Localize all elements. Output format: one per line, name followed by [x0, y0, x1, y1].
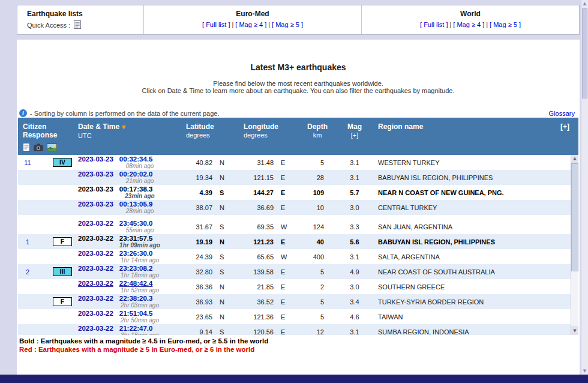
- glossary-link[interactable]: Glossary: [549, 110, 575, 117]
- euromed-mag4-link[interactable]: [ Mag ≥ 4 ]: [235, 21, 266, 28]
- magnitude-value: 4.9: [336, 268, 373, 276]
- earthquake-row: F 2023-03-2222:38:20.3 2hr 03min ago 36.…: [18, 294, 571, 309]
- earthquake-datetime-link[interactable]: 2023-03-2222:48:42.4: [78, 280, 181, 287]
- mag-filter-toggle[interactable]: [+]: [336, 131, 373, 139]
- region-name: CENTRAL TURKEY: [373, 204, 557, 211]
- citizen-response-cell: [18, 219, 73, 234]
- citizen-response-cell: [18, 185, 73, 200]
- datetime-cell: 2023-03-2223:23:08.2 1hr 18min ago: [73, 264, 181, 279]
- time-ago: 3hr 18min ago: [78, 332, 181, 335]
- intro-line-2: Click on Date & Time to learn more about…: [17, 87, 580, 94]
- scroll-up-icon[interactable]: ▲: [571, 155, 578, 163]
- time-ago: 1hr 14min ago: [78, 257, 181, 264]
- citizen-response-count[interactable]: 2: [18, 268, 37, 276]
- datetime-cell: 2023-03-2222:38:20.3 2hr 03min ago: [73, 294, 181, 309]
- region-name: BABUYAN ISL REGION, PHILIPPINES: [373, 238, 557, 246]
- citizen-response-cell: 2 III: [18, 264, 73, 279]
- page-scroll-down-icon[interactable]: ▼: [581, 369, 588, 373]
- citizen-response-cell: [18, 170, 73, 185]
- longitude-cell: 36.52E: [239, 298, 299, 306]
- depth-value: 12: [299, 328, 336, 336]
- page-scrollbar-thumb[interactable]: [582, 8, 587, 98]
- quick-access-euromed: Euro-Med [ Full list ]|[ Mag ≥ 4 ]|[ Mag…: [143, 5, 361, 34]
- earthquake-datetime-link[interactable]: 2023-03-2222:38:20.3: [78, 295, 181, 302]
- page-scroll-up-icon[interactable]: ▲: [581, 1, 588, 6]
- header-magnitude: Mag [+]: [336, 122, 373, 155]
- latitude-cell: 24.39S: [181, 253, 239, 261]
- earthquake-datetime-link[interactable]: 2023-03-2300:13:05.9: [78, 201, 181, 208]
- longitude-cell: 36.69E: [239, 204, 299, 211]
- legend-bold-note: Bold : Earthquakes with a magnitude ≥ 4.…: [19, 337, 268, 345]
- longitude-cell: 144.27E: [239, 189, 299, 196]
- region-name: TAIWAN: [373, 313, 557, 321]
- latitude-cell: 4.39S: [181, 189, 239, 196]
- link-separator: |: [449, 21, 451, 28]
- magnitude-value: 5.6: [336, 238, 373, 246]
- earthquake-datetime-link[interactable]: 2023-03-2300:32:34.5: [78, 155, 181, 163]
- earthquake-row: 2023-03-2300:13:05.9 28min ago 38.07N 36…: [18, 200, 571, 215]
- sort-by-datetime[interactable]: Date & Time ▼ UTC: [73, 122, 181, 155]
- depth-value: 400: [299, 253, 336, 261]
- earthquake-datetime-link[interactable]: 2023-03-2223:23:08.2: [78, 265, 181, 272]
- page-scrollbar[interactable]: ▲ ▼: [581, 0, 588, 375]
- datetime-cell: 2023-03-2300:17:38.3 23min ago: [73, 185, 181, 200]
- earthquake-datetime-link[interactable]: 2023-03-2300:17:38.3: [78, 185, 181, 193]
- latitude-cell: 38.07N: [181, 204, 239, 211]
- depth-value: 10: [299, 204, 336, 211]
- world-heading: World: [362, 10, 579, 18]
- table-body: ▲ ▼ 11 IV 2023-03-2300:32:34.5 08min ago…: [18, 155, 578, 335]
- earthquake-row: 2023-03-2221:51:04.5 2hr 50min ago 23.65…: [18, 309, 571, 324]
- earthquake-row: 2023-03-2223:45:30.0 55min ago 31.67S 69…: [18, 219, 571, 234]
- latitude-cell: 9.14S: [181, 328, 239, 336]
- intensity-badge[interactable]: F: [53, 297, 72, 306]
- depth-value: 2: [299, 283, 336, 291]
- earthquake-datetime-link[interactable]: 2023-03-2300:20:02.0: [78, 170, 181, 178]
- depth-value: 124: [299, 223, 336, 231]
- magnitude-value: 3.3: [336, 223, 373, 231]
- euromed-full-list-link[interactable]: [ Full list ]: [202, 21, 230, 28]
- region-name: NEAR N COAST OF NEW GUINEA, PNG.: [373, 189, 557, 196]
- scroll-down-icon[interactable]: ▼: [571, 327, 578, 335]
- magnitude-value: 3.1: [336, 159, 373, 166]
- datetime-cell: 2023-03-2300:20:02.0 21min ago: [73, 170, 181, 185]
- region-name: SUMBA REGION, INDONESIA: [373, 328, 557, 336]
- table-scrollbar[interactable]: ▲ ▼: [571, 155, 578, 335]
- earthquake-datetime-link[interactable]: 2023-03-2221:22:47.0: [78, 325, 181, 332]
- depth-value: 5: [299, 313, 336, 321]
- magnitude-value: 3.0: [336, 204, 373, 211]
- region-expand-toggle[interactable]: [+]: [557, 122, 571, 155]
- info-icon: i: [19, 109, 27, 117]
- intensity-badge[interactable]: III: [53, 267, 72, 276]
- quick-access-world: World [ Full list ]|[ Mag ≥ 4 ]|[ Mag ≥ …: [361, 5, 579, 34]
- magnitude-value: 3.1: [336, 253, 373, 261]
- earthquake-datetime-link[interactable]: 2023-03-2223:26:30.0: [78, 250, 181, 257]
- world-mag5-link[interactable]: [ Mag ≥ 5 ]: [490, 21, 521, 28]
- datetime-cell: 2023-03-2223:45:30.0 55min ago: [73, 219, 181, 234]
- time-ago: 1hr 52min ago: [78, 287, 181, 294]
- world-full-list-link[interactable]: [ Full list ]: [420, 21, 448, 28]
- region-name: BABUYAN ISL REGION, PHILIPPINES: [373, 174, 557, 181]
- earthquake-datetime-link[interactable]: 2023-03-2223:31:57.5: [78, 235, 181, 242]
- citizen-response-count[interactable]: 11: [18, 159, 37, 166]
- region-name: TURKEY-SYRIA BORDER REGION: [373, 298, 557, 306]
- depth-value: 109: [299, 189, 336, 196]
- datetime-cell: 2023-03-2222:48:42.4 1hr 52min ago: [73, 279, 181, 294]
- longitude-cell: 69.35W: [239, 223, 299, 231]
- earthquake-row: 1 F 2023-03-2223:31:57.5 1hr 09min ago 1…: [18, 234, 571, 249]
- intensity-badge[interactable]: F: [53, 237, 72, 246]
- euromed-mag5-link[interactable]: [ Mag ≥ 5 ]: [272, 21, 303, 28]
- earthquake-row: 2023-03-2300:17:38.3 23min ago 4.39S 144…: [18, 185, 571, 200]
- magnitude-value: 3.0: [336, 283, 373, 291]
- scrollbar-thumb[interactable]: [571, 163, 578, 271]
- earthquake-datetime-link[interactable]: 2023-03-2223:45:30.0: [78, 220, 181, 227]
- intensity-badge[interactable]: IV: [53, 158, 72, 167]
- world-mag4-link[interactable]: [ Mag ≥ 4 ]: [453, 21, 484, 28]
- citizen-response-cell: [18, 309, 73, 324]
- link-separator: |: [486, 21, 488, 28]
- latitude-cell: 19.19N: [181, 238, 239, 246]
- earthquake-row: 2023-03-2300:20:02.0 21min ago 19.34N 12…: [18, 170, 571, 185]
- earthquake-row: 11 IV 2023-03-2300:32:34.5 08min ago 40.…: [18, 155, 571, 170]
- datetime-cell: 2023-03-2300:13:05.9 28min ago: [73, 200, 181, 215]
- citizen-response-count[interactable]: 1: [18, 238, 37, 246]
- earthquake-datetime-link[interactable]: 2023-03-2221:51:04.5: [78, 310, 181, 317]
